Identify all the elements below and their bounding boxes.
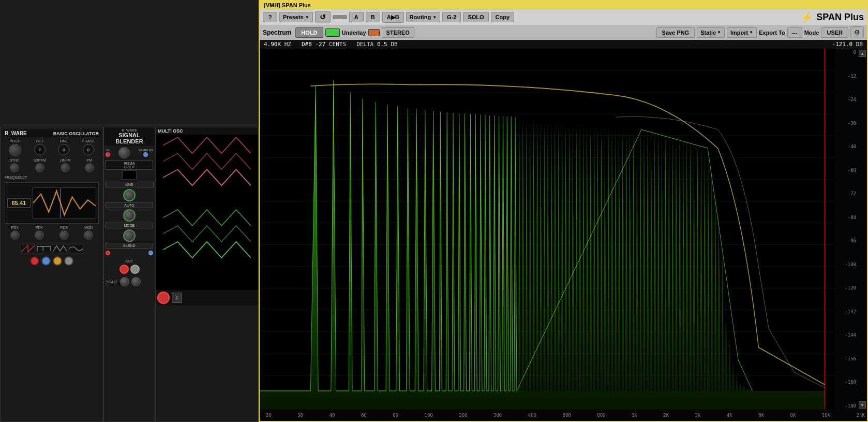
db-scroll-buttons: ▲ ▼ <box>859 49 867 410</box>
pm-knob[interactable] <box>85 163 94 172</box>
pds-knob[interactable] <box>59 230 69 240</box>
routing-dropdown[interactable]: Routing ▼ <box>406 12 440 22</box>
fine-group: FINE 0 <box>58 139 69 156</box>
db-24: -24 <box>848 97 856 102</box>
expfm-label: EXPFM <box>34 158 46 162</box>
multi-osc-title: MULTI OSC <box>158 128 183 134</box>
db-value: -121.0 <box>832 41 852 48</box>
spectrum-canvas[interactable] <box>260 49 835 410</box>
import-dropdown[interactable]: Import ▼ <box>727 27 757 38</box>
out-jack-1[interactable] <box>119 265 129 274</box>
ab-button[interactable]: A▶B <box>382 12 404 23</box>
db-72: -72 <box>848 191 856 196</box>
auto-btn[interactable]: AUTO <box>106 202 153 208</box>
wave-square[interactable] <box>37 244 51 253</box>
add-btn[interactable]: + <box>172 293 182 303</box>
synth-modules: R_WARE BASIC OSCILLATOR PITCH OCT 2 FINE… <box>0 127 259 422</box>
jack-2[interactable] <box>41 256 51 266</box>
mod-knob[interactable] <box>84 230 93 240</box>
hold-button[interactable]: HOLD <box>295 27 323 38</box>
wave-sine[interactable] <box>69 244 83 253</box>
sb-knob-1[interactable] <box>118 147 130 158</box>
freq-1k: 1K <box>632 413 637 418</box>
freq-24k: 24K <box>857 413 865 418</box>
port-out-1[interactable] <box>143 152 148 157</box>
phase-group: PHASE 0 <box>82 139 95 156</box>
db-scroll-up[interactable]: ▲ <box>859 50 866 57</box>
freq-400: 400 <box>528 413 536 418</box>
mode-btn[interactable]: MODE <box>106 223 153 228</box>
save-png-button[interactable]: Save PNG <box>656 27 695 38</box>
pitch-button[interactable]: G-2 <box>442 12 461 22</box>
a-button[interactable]: A <box>349 12 364 22</box>
out-jacks <box>105 264 154 275</box>
jack-3[interactable] <box>53 256 62 266</box>
wave-tri[interactable] <box>53 244 67 253</box>
db-label-right: DB <box>856 41 863 48</box>
stop-btn[interactable] <box>157 292 170 304</box>
fine-value[interactable]: 0 <box>58 144 69 155</box>
pm-label: PM <box>86 158 92 162</box>
waveform-display <box>156 135 258 290</box>
sync-knob[interactable] <box>10 163 19 172</box>
phase-value[interactable]: 0 <box>83 144 94 155</box>
basic-osc-title: BASIC OSCILLATOR <box>53 131 99 136</box>
jack-1[interactable] <box>30 256 39 266</box>
ins-label-section: #INS <box>105 182 154 187</box>
pdy-knob[interactable] <box>35 230 44 240</box>
port-in-1[interactable] <box>106 152 110 157</box>
bottom-jacks <box>3 255 101 267</box>
pdx-label: PDX <box>11 226 19 229</box>
scale-knob-1[interactable] <box>120 277 129 286</box>
db-scroll-down[interactable]: ▼ <box>859 401 866 409</box>
delta-value: 0.5 <box>377 41 387 48</box>
solo-button[interactable]: SOLO <box>463 12 488 22</box>
ins-btn[interactable]: #INS <box>105 182 154 187</box>
pitch-knob[interactable] <box>9 144 21 156</box>
export-dash-button[interactable]: --- <box>787 27 802 38</box>
scale-knob-2[interactable] <box>131 277 141 286</box>
sync-group: SYNC <box>9 158 19 172</box>
visualizer-section: VISUALIZER <box>106 161 153 180</box>
green-indicator[interactable] <box>325 28 340 37</box>
b-button[interactable]: B <box>366 12 380 22</box>
static-dropdown[interactable]: Static ▼ <box>697 27 725 38</box>
sb-brand: R_WARE <box>105 128 154 132</box>
stereo-button[interactable]: STEREO <box>382 27 414 38</box>
db-96: -96 <box>848 238 856 243</box>
user-button[interactable]: USER <box>821 27 848 38</box>
placeholder-btn[interactable] <box>333 15 347 19</box>
main-toolbar: ? Presets ▼ ↺ A B A▶B Routing ▼ G-2 SOLO… <box>260 9 867 25</box>
out-jack-2[interactable] <box>130 265 140 274</box>
jack-4[interactable] <box>64 256 73 266</box>
linfm-knob[interactable] <box>61 163 70 172</box>
freq-6k: 6K <box>758 413 764 418</box>
scale-section: SCALE <box>105 276 154 287</box>
copy-button[interactable]: Copy <box>491 12 515 22</box>
freq-axis: 20 30 40 60 80 100 200 300 400 600 800 1… <box>260 410 867 421</box>
expfm-knob[interactable] <box>35 163 44 172</box>
orange-indicator[interactable] <box>368 29 380 36</box>
linfm-group: LINFM <box>60 158 71 172</box>
multi-osc-header: MULTI OSC <box>156 127 258 135</box>
sb-knob-blend[interactable] <box>123 229 136 242</box>
sb-knob-2[interactable] <box>123 189 136 201</box>
gear-button[interactable]: ⚙ <box>850 26 864 38</box>
sb-ports-section: IN SAMPLES VISUALIZER #INS <box>104 145 155 288</box>
presets-dropdown[interactable]: Presets ▼ <box>279 12 313 22</box>
spectrum-label: Spectrum <box>263 29 291 36</box>
help-button[interactable]: ? <box>263 12 277 22</box>
pdx-knob[interactable] <box>10 230 20 240</box>
freq-30: 30 <box>297 413 303 418</box>
spectrum-info-bar: 4.90K HZ D#8 -27 CENTS DELTA 0.5 DB -121… <box>260 40 867 49</box>
visualizer-btn[interactable]: VISUALIZER <box>106 161 153 170</box>
sb-knob-3[interactable] <box>123 209 136 222</box>
oct-value[interactable]: 2 <box>34 144 46 155</box>
wave-saw[interactable] <box>21 244 35 253</box>
left-panel: R_WARE BASIC OSCILLATOR PITCH OCT 2 FINE… <box>0 0 259 422</box>
reset-button[interactable]: ↺ <box>315 11 331 23</box>
mod-label: MOD <box>84 226 93 229</box>
port-in-2[interactable] <box>106 251 110 255</box>
freq-graph <box>33 187 96 219</box>
port-out-2[interactable] <box>148 251 153 255</box>
